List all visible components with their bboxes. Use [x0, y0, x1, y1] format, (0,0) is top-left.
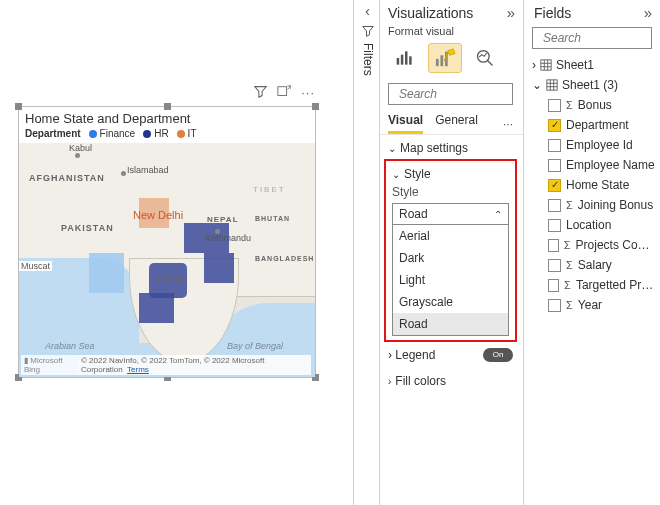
fields-search-input[interactable] [541, 30, 660, 46]
svg-rect-13 [547, 80, 557, 90]
svg-rect-5 [436, 59, 439, 66]
format-visual-button[interactable] [428, 43, 462, 73]
style-option-road[interactable]: Road [393, 313, 508, 335]
style-group[interactable]: ⌄ Style [390, 167, 511, 185]
chevron-left-icon: ‹ [365, 2, 370, 19]
format-search[interactable] [388, 83, 513, 105]
sigma-icon: Σ [566, 99, 573, 111]
filter-icon [362, 25, 374, 37]
map-settings-group[interactable]: ⌄ Map settings [378, 135, 523, 159]
legend-toggle[interactable]: On [483, 348, 513, 362]
field-label: Salary [578, 258, 612, 272]
style-option-light[interactable]: Light [393, 269, 508, 291]
field-checkbox[interactable] [548, 179, 561, 192]
chevron-down-icon: ⌄ [392, 169, 400, 180]
svg-rect-6 [440, 55, 443, 66]
field-item[interactable]: Location [532, 215, 656, 235]
visualizations-pane: Visualizations » Format visual Visual Ge… [378, 0, 524, 505]
style-field-label: Style [390, 185, 511, 199]
filter-icon[interactable] [254, 85, 267, 100]
field-item[interactable]: ΣJoining Bonus [532, 195, 656, 215]
format-visual-label: Format visual [378, 23, 523, 39]
field-checkbox[interactable] [548, 219, 561, 232]
collapse-pane-icon[interactable]: » [644, 4, 652, 21]
map-area[interactable]: AFGHANISTAN PAKISTAN INDIA NEPAL BHUTAN … [19, 143, 315, 377]
field-checkbox[interactable] [548, 299, 561, 312]
field-checkbox[interactable] [548, 159, 561, 172]
field-checkbox[interactable] [548, 199, 561, 212]
field-label: Department [566, 118, 629, 132]
more-options-icon[interactable]: ··· [301, 85, 315, 100]
fill-colors-group[interactable]: › Fill colors [378, 368, 523, 392]
field-checkbox[interactable] [548, 239, 559, 252]
chart-title: Home State and Department [19, 107, 315, 128]
field-checkbox[interactable] [548, 279, 559, 292]
visualizations-title: Visualizations [388, 5, 473, 21]
chevron-right-icon: › [532, 58, 536, 72]
field-item[interactable]: ΣYear [532, 295, 656, 315]
field-item[interactable]: ΣSalary [532, 255, 656, 275]
chevron-up-icon: ⌃ [494, 209, 502, 220]
field-checkbox[interactable] [548, 259, 561, 272]
field-label: Projects Complet... [576, 238, 656, 252]
style-option-grayscale[interactable]: Grayscale [393, 291, 508, 313]
focus-mode-icon[interactable] [277, 85, 291, 100]
field-checkbox[interactable] [548, 119, 561, 132]
svg-rect-0 [278, 87, 287, 96]
map-visual[interactable]: ··· Home State and Department Department… [18, 106, 316, 378]
style-dropdown[interactable]: Road ⌃ [392, 203, 509, 225]
field-item[interactable]: ΣProjects Complet... [532, 235, 656, 255]
field-label: Home State [566, 178, 629, 192]
svg-rect-2 [401, 55, 404, 65]
table-icon [540, 59, 552, 71]
sigma-icon: Σ [566, 299, 573, 311]
bing-badge: ▮ Microsoft Bing [21, 355, 78, 375]
field-label: Employee Id [566, 138, 633, 152]
report-canvas[interactable]: ··· Home State and Department Department… [0, 0, 354, 505]
tab-visual[interactable]: Visual [388, 113, 423, 134]
svg-rect-12 [541, 60, 551, 70]
more-format-icon[interactable]: ··· [503, 117, 513, 131]
field-label: Year [578, 298, 602, 312]
tab-general[interactable]: General [435, 113, 478, 134]
field-label: Bonus [578, 98, 612, 112]
chevron-down-icon: ⌄ [532, 78, 542, 92]
sigma-icon: Σ [566, 259, 573, 271]
svg-rect-3 [405, 51, 408, 64]
field-item[interactable]: Employee Name [532, 155, 656, 175]
field-item[interactable]: ΣTargetted Projects [532, 275, 656, 295]
table-sheet1[interactable]: › Sheet1 [532, 55, 656, 75]
chevron-right-icon: › [388, 348, 392, 362]
field-checkbox[interactable] [548, 139, 561, 152]
field-item[interactable]: ΣBonus [532, 95, 656, 115]
analytics-button[interactable] [468, 43, 502, 73]
fields-search[interactable] [532, 27, 652, 49]
style-option-aerial[interactable]: Aerial [393, 225, 508, 247]
svg-rect-4 [409, 56, 412, 64]
field-item[interactable]: Employee Id [532, 135, 656, 155]
sigma-icon: Σ [566, 199, 573, 211]
field-label: Targetted Projects [576, 278, 656, 292]
chevron-right-icon: › [388, 376, 391, 387]
filters-label: Filters [361, 43, 375, 76]
svg-rect-1 [397, 58, 400, 65]
field-label: Joining Bonus [578, 198, 653, 212]
collapse-pane-icon[interactable]: » [507, 4, 515, 21]
field-checkbox[interactable] [548, 99, 561, 112]
table-sheet1-3[interactable]: ⌄ Sheet1 (3) [532, 75, 656, 95]
legend-group[interactable]: › Legend On [378, 342, 523, 368]
chart-legend: Department Finance HR IT [19, 128, 315, 143]
build-visual-button[interactable] [388, 43, 422, 73]
field-item[interactable]: Department [532, 115, 656, 135]
sigma-icon: Σ [564, 279, 571, 291]
chevron-down-icon: ⌄ [388, 143, 396, 154]
sigma-icon: Σ [564, 239, 571, 251]
field-item[interactable]: Home State [532, 175, 656, 195]
filters-pane-collapsed[interactable]: ‹ Filters [356, 0, 380, 505]
style-option-dark[interactable]: Dark [393, 247, 508, 269]
terms-link[interactable]: Terms [127, 365, 149, 374]
style-dropdown-list: Aerial Dark Light Grayscale Road [392, 225, 509, 336]
fields-pane: Fields » › Sheet1 ⌄ Sheet1 (3) ΣBonusDep… [524, 0, 660, 505]
visual-toolbar: ··· [254, 85, 315, 100]
field-label: Location [566, 218, 611, 232]
